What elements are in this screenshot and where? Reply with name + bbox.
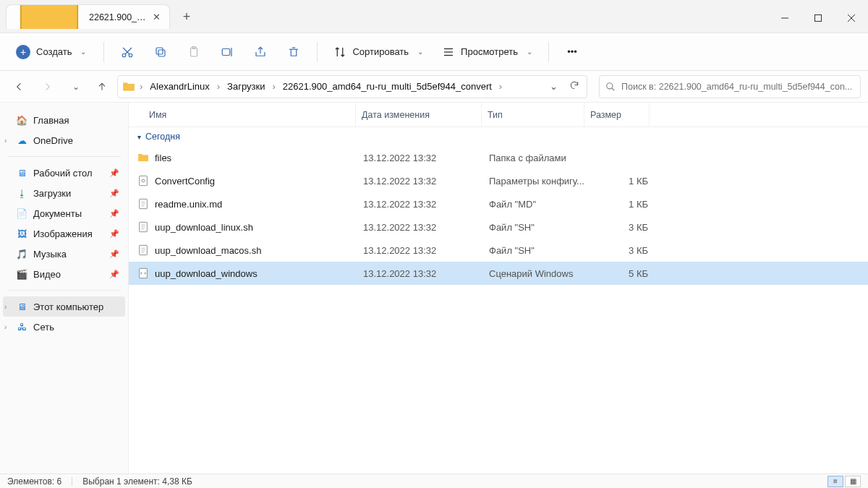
sort-label: Сортировать: [352, 46, 409, 57]
file-row[interactable]: readme.unix.md13.12.2022 13:32Файл "MD"1…: [129, 192, 868, 215]
file-date: 13.12.2022 13:32: [363, 245, 489, 256]
col-name[interactable]: Имя: [129, 103, 356, 127]
divider: [7, 290, 121, 291]
file-row[interactable]: uup_download_macos.sh13.12.2022 13:32Фай…: [129, 239, 868, 262]
file-type: Параметры конфигу...: [489, 176, 592, 187]
search-input[interactable]: [621, 82, 854, 92]
toolbar-separator: [548, 42, 549, 62]
expand-icon[interactable]: ›: [4, 323, 7, 331]
tab-close-icon[interactable]: ✕: [153, 12, 161, 22]
svg-rect-9: [156, 48, 163, 54]
crumb-2[interactable]: 22621.900_amd64_ru-ru_multi_5d5ef944_con…: [280, 80, 495, 93]
pin-icon: 📌: [109, 229, 119, 239]
create-button[interactable]: + Создать ⌄: [12, 39, 93, 65]
view-details-toggle[interactable]: ≡: [827, 476, 843, 487]
sidebar-label: Этот компьютер: [33, 301, 103, 312]
refresh-button[interactable]: [566, 77, 582, 95]
folder-icon: [122, 80, 135, 93]
sidebar-pictures[interactable]: 🖼 Изображения 📌: [3, 223, 125, 244]
file-size: 1 КБ: [592, 176, 657, 187]
breadcrumb[interactable]: › AlexandrLinux › Загрузки › 22621.900_a…: [117, 75, 587, 98]
expand-icon[interactable]: ›: [4, 137, 7, 145]
cloud-icon: ☁: [16, 134, 27, 146]
search-icon: [605, 82, 616, 92]
sidebar-label: Главная: [33, 115, 69, 126]
sidebar-label: Видео: [33, 269, 61, 280]
delete-button[interactable]: [281, 39, 307, 65]
svg-rect-12: [223, 48, 231, 55]
file-name: ConvertConfig: [155, 176, 363, 187]
file-row[interactable]: ConvertConfig13.12.2022 13:32Параметры к…: [129, 169, 868, 192]
chevron-right-icon: ›: [216, 81, 221, 92]
sidebar-desktop[interactable]: 🖥 Рабочий стол 📌: [3, 163, 125, 183]
file-name: readme.unix.md: [155, 199, 363, 210]
file-row[interactable]: uup_download_linux.sh13.12.2022 13:32Фай…: [129, 215, 868, 239]
view-label: Просмотреть: [461, 46, 518, 57]
explorer-body: 🏠 Главная › ☁ OneDrive 🖥 Рабочий стол 📌 …: [0, 103, 868, 474]
sidebar-this-pc[interactable]: › 🖥 Этот компьютер: [3, 296, 125, 317]
col-size[interactable]: Размер: [584, 103, 650, 127]
back-button[interactable]: [7, 74, 32, 99]
copy-button[interactable]: [148, 39, 174, 65]
view-icon: [442, 46, 455, 59]
view-button[interactable]: Просмотреть ⌄: [436, 39, 538, 65]
cut-button[interactable]: [114, 39, 140, 65]
up-button[interactable]: [90, 74, 114, 99]
tab-title: 22621.900_amd64_ru-ru_multi: [89, 12, 147, 22]
sidebar-label: Загрузки: [33, 188, 71, 199]
more-button[interactable]: •••: [559, 39, 585, 65]
recent-button[interactable]: ⌄: [62, 74, 87, 99]
sidebar-home[interactable]: 🏠 Главная: [3, 110, 125, 130]
paste-button[interactable]: [181, 39, 207, 65]
sidebar-documents[interactable]: 📄 Документы 📌: [3, 203, 125, 223]
file-date: 13.12.2022 13:32: [363, 199, 489, 210]
sidebar-network[interactable]: › 🖧 Сеть: [3, 317, 125, 337]
maximize-button[interactable]: [801, 4, 835, 32]
rename-button[interactable]: [214, 39, 240, 65]
file-size: 5 КБ: [592, 268, 657, 279]
file-name: files: [155, 153, 363, 163]
svg-point-17: [607, 82, 613, 88]
sidebar-onedrive[interactable]: › ☁ OneDrive: [3, 130, 125, 150]
sidebar-downloads[interactable]: ⭳ Загрузки 📌: [3, 183, 125, 203]
window-controls: [768, 4, 868, 32]
divider: [7, 156, 121, 157]
file-row[interactable]: files13.12.2022 13:32Папка с файлами: [129, 146, 868, 169]
file-type: Файл "SH": [489, 222, 592, 233]
status-bar: Элементов: 6 Выбран 1 элемент: 4,38 КБ ≡…: [0, 474, 868, 488]
crumb-0[interactable]: AlexandrLinux: [147, 80, 212, 93]
sidebar-videos[interactable]: 🎬 Видео 📌: [3, 264, 125, 284]
share-button[interactable]: [247, 39, 273, 65]
forward-button[interactable]: [35, 74, 59, 99]
group-header[interactable]: Сегодня: [129, 127, 868, 146]
file-date: 13.12.2022 13:32: [363, 153, 489, 163]
svg-rect-1: [815, 15, 822, 22]
sidebar-label: Музыка: [33, 249, 67, 260]
crumb-1[interactable]: Загрузки: [224, 80, 268, 93]
sidebar-music[interactable]: 🎵 Музыка 📌: [3, 244, 125, 264]
history-dropdown-icon[interactable]: ⌄: [547, 78, 561, 95]
search-box[interactable]: [599, 75, 861, 98]
address-bar: ⌄ › AlexandrLinux › Загрузки › 22621.900…: [0, 71, 868, 103]
window-tab[interactable]: 22621.900_amd64_ru-ru_multi ✕: [6, 4, 170, 29]
view-grid-toggle[interactable]: ▦: [845, 476, 861, 487]
computer-icon: 🖥: [16, 301, 27, 312]
sort-button[interactable]: Сортировать ⌄: [328, 39, 429, 65]
svg-line-18: [612, 87, 615, 90]
file-date: 13.12.2022 13:32: [363, 222, 489, 233]
close-button[interactable]: [835, 4, 868, 32]
folder-icon: [15, 4, 83, 29]
file-name: uup_download_windows: [155, 268, 363, 279]
expand-icon[interactable]: ›: [4, 303, 7, 311]
col-type[interactable]: Тип: [482, 103, 584, 127]
minimize-button[interactable]: [768, 4, 801, 32]
pin-icon: 📌: [109, 189, 119, 198]
file-row[interactable]: uup_download_windows13.12.2022 13:32Сцен…: [129, 262, 868, 285]
status-count: Элементов: 6: [7, 476, 61, 487]
col-date[interactable]: Дата изменения: [356, 103, 482, 127]
chevron-down-icon: ⌄: [417, 48, 423, 56]
new-tab-button[interactable]: +: [174, 4, 199, 29]
sort-icon: [333, 46, 346, 59]
divider: [72, 477, 72, 486]
desktop-icon: 🖥: [16, 167, 27, 179]
